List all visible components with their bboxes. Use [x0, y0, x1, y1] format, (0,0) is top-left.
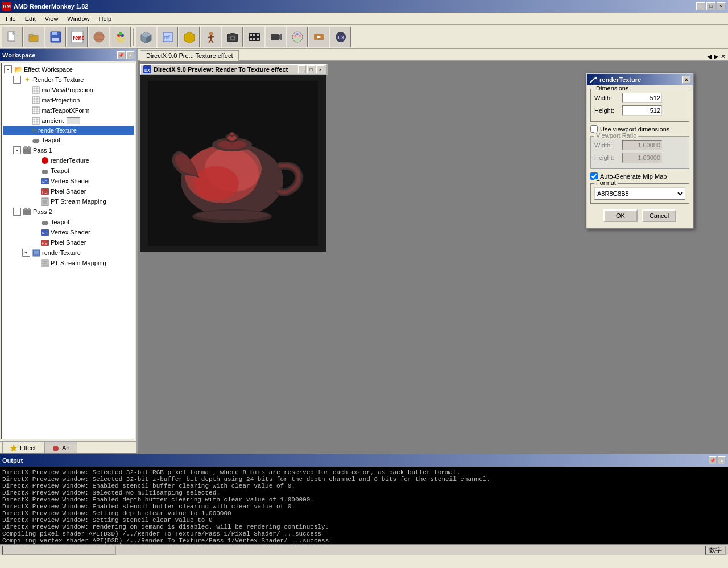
use-viewport-label: Use viewport dimensions: [600, 126, 669, 133]
tree-label-pass1-teapot: Teapot: [51, 167, 69, 174]
panel-header-buttons[interactable]: 📌 ×: [117, 51, 134, 59]
tab-nav-right[interactable]: ▶: [714, 53, 718, 60]
menu-file[interactable]: File: [1, 14, 20, 23]
tree-item-pass1-pixel-shader[interactable]: PS Pixel Shader: [3, 186, 134, 196]
svg-rect-33: [253, 34, 255, 36]
dialog-close-button[interactable]: ×: [682, 76, 690, 84]
tool-palette[interactable]: [110, 27, 131, 47]
tree-item-pass1[interactable]: - Pass 1: [3, 145, 134, 155]
tool-render[interactable]: render: [67, 27, 88, 47]
tree-expand-pass2-rt[interactable]: +: [22, 249, 30, 257]
tree-expand-effect-workspace[interactable]: -: [4, 65, 12, 73]
tree-item-effect-workspace[interactable]: - 📂 Effect Workspace: [3, 64, 134, 75]
tool-pkg[interactable]: [179, 27, 200, 47]
tool-cam2[interactable]: [266, 27, 286, 47]
ok-button[interactable]: OK: [603, 209, 638, 222]
app-icon: RM: [2, 2, 11, 11]
tree-item-pass1-teapot[interactable]: Teapot: [3, 166, 134, 176]
preview-maximize-btn[interactable]: □: [307, 65, 315, 73]
tree-item-pass1-render-texture[interactable]: renderTexture: [3, 155, 134, 166]
tree-expand-render-to-texture[interactable]: -: [13, 76, 21, 84]
tree-item-pass2-render-texture[interactable]: + renderTexture: [3, 248, 134, 258]
tree-expand-pass2[interactable]: -: [13, 208, 21, 216]
height-row: Height:: [594, 105, 685, 116]
tool-dance[interactable]: [201, 27, 221, 47]
tree-item-pass2-stream[interactable]: PT Stream Mapping: [3, 258, 134, 268]
svg-point-10: [94, 32, 104, 42]
svg-point-43: [296, 33, 299, 35]
menu-view[interactable]: View: [40, 14, 63, 23]
tab-art[interactable]: Art: [44, 442, 77, 453]
menu-edit[interactable]: Edit: [20, 14, 40, 23]
svg-marker-114: [595, 77, 597, 79]
tool-cube[interactable]: [136, 27, 156, 47]
preview-minimize-btn[interactable]: _: [298, 65, 306, 73]
tab-nav-left[interactable]: ◀: [707, 53, 712, 60]
svg-text:VS: VS: [42, 179, 48, 184]
width-input[interactable]: [622, 93, 662, 103]
tree-item-mat-view-projection[interactable]: matViewProjection: [3, 85, 134, 95]
format-select[interactable]: A8R8G8B8R5G6B5A1R5G5B5X8R8G8B8A16B16G16R…: [594, 187, 685, 200]
horizontal-scrollbar[interactable]: [2, 546, 116, 555]
tree-item-mat-projection[interactable]: matProjection: [3, 95, 134, 105]
minimize-button[interactable]: _: [696, 2, 705, 10]
close-button[interactable]: ×: [717, 2, 726, 10]
menu-window[interactable]: Window: [63, 14, 94, 23]
effect-tab-icon: [10, 444, 18, 452]
tool-fx[interactable]: FX: [330, 27, 351, 47]
preview-window-buttons[interactable]: _ □ ×: [298, 65, 324, 73]
tool-film[interactable]: [244, 27, 264, 47]
menu-help[interactable]: Help: [94, 14, 116, 23]
tool-camera[interactable]: [222, 27, 243, 47]
output-close-btn[interactable]: ×: [718, 456, 726, 464]
output-pin-btn[interactable]: 📌: [709, 456, 717, 464]
svg-point-112: [195, 211, 269, 220]
panel-close-button[interactable]: ×: [126, 51, 134, 59]
tree-item-pass2-vertex-shader[interactable]: VS Vertex Shader: [3, 227, 134, 237]
height-input[interactable]: [622, 105, 662, 116]
tree-label-render-texture: renderTexture: [38, 127, 77, 134]
tree-item-pass1-vertex-shader[interactable]: VS Vertex Shader: [3, 176, 134, 186]
tree-item-pass2-teapot[interactable]: Teapot: [3, 217, 134, 227]
tree-icon-pencil: ✏: [31, 126, 37, 134]
svg-point-41: [294, 35, 296, 37]
tool-open[interactable]: [24, 27, 44, 47]
svg-rect-71: [24, 146, 27, 149]
tree-item-render-to-texture[interactable]: - ✦ Render To Texture: [3, 75, 134, 85]
svg-line-113: [590, 78, 595, 83]
svg-text:ref: ref: [164, 35, 170, 40]
dialog-title-group: renderTexture: [589, 76, 641, 84]
tree-item-render-texture[interactable]: ✏ renderTexture: [3, 126, 134, 135]
tree-item-pass1-stream[interactable]: PT Stream Mapping: [3, 196, 134, 207]
tool-sphere[interactable]: [89, 27, 109, 47]
tab-effect-label: Effect: [20, 444, 36, 451]
tree-item-pass2[interactable]: - Pass 2: [3, 207, 134, 217]
output-header-buttons[interactable]: 📌 ×: [709, 456, 726, 464]
tool-anim2[interactable]: [309, 27, 329, 47]
svg-rect-59: [32, 107, 39, 114]
maximize-button[interactable]: □: [706, 2, 715, 10]
svg-point-98: [53, 446, 59, 451]
workspace-panel-header: Workspace 📌 ×: [0, 49, 136, 61]
tree-item-ambient[interactable]: ambient: [3, 116, 134, 126]
tool-anim[interactable]: [287, 27, 308, 47]
tree-item-teapot-model[interactable]: Teapot: [3, 135, 134, 145]
tree-item-pass2-pixel-shader[interactable]: PS Pixel Shader: [3, 237, 134, 248]
titlebar-buttons[interactable]: _ □ ×: [696, 2, 726, 10]
tree-label-pass1-vs: Vertex Shader: [51, 178, 90, 184]
tab-effect[interactable]: Effect: [2, 442, 43, 453]
tree-expand-pass1[interactable]: -: [13, 146, 21, 154]
tree-item-mat-teapot[interactable]: matTeapotXForm: [3, 105, 134, 116]
cancel-button[interactable]: Cancel: [642, 209, 676, 222]
ambient-color-swatch[interactable]: [67, 117, 80, 124]
preview-close-btn[interactable]: ×: [316, 65, 324, 73]
tab-close[interactable]: ✕: [721, 53, 726, 60]
tool-ref[interactable]: ref: [158, 27, 178, 47]
panel-pin-button[interactable]: 📌: [117, 51, 125, 59]
main-content: DirectX 9.0 Pre... Texture effect ◀ ▶ ✕ …: [138, 49, 728, 453]
tool-save[interactable]: [46, 27, 66, 47]
preview-window: DX DirectX 9.0 Preview: Render To Textur…: [140, 64, 328, 252]
main-tab-directx[interactable]: DirectX 9.0 Pre... Texture effect: [140, 50, 239, 61]
preview-window-title: DirectX 9.0 Preview: Render To Texture e…: [154, 66, 288, 73]
tool-new[interactable]: [2, 27, 23, 47]
